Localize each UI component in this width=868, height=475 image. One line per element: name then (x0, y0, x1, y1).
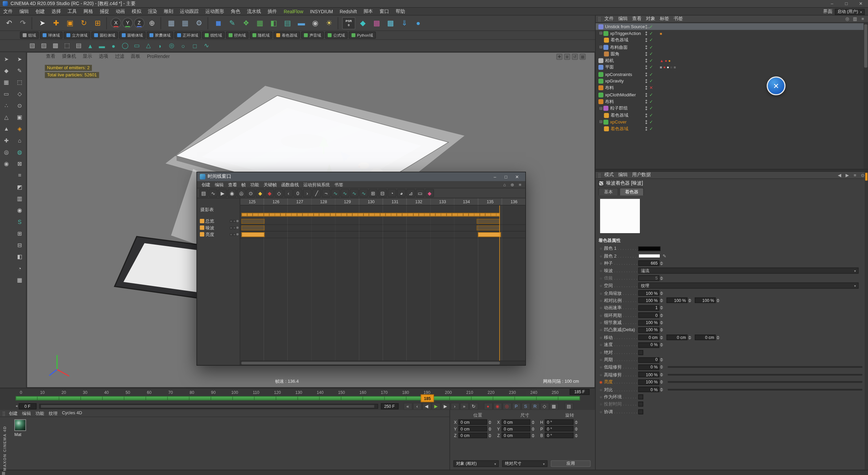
frame-all-icon[interactable]: ⊕ (509, 182, 515, 188)
field-button[interactable]: 公式域 (325, 32, 348, 39)
coordinate-mode-select[interactable]: 对象 (相对)▾ (453, 460, 499, 467)
undo-icon[interactable]: ↶ (3, 17, 16, 30)
timeline-track-lane[interactable] (240, 218, 526, 225)
animation-dot-icon[interactable]: ○ (598, 365, 604, 369)
object-name[interactable]: 着色器域 (611, 37, 628, 43)
object-tag-icon[interactable]: ● (665, 59, 667, 62)
object-menu-item[interactable]: 对象 (644, 16, 658, 22)
primitive-cone-icon[interactable]: ▲ (85, 41, 96, 51)
animation-dot-icon[interactable]: ○ (598, 328, 604, 332)
primitive-torus-icon[interactable]: ◯ (120, 41, 131, 51)
zoom-selection-icon[interactable]: ⊟ (378, 189, 387, 197)
viewport-menu-item[interactable]: 显示 (79, 53, 95, 60)
plugin-qr-icon[interactable]: ▩ (384, 17, 397, 30)
timeline-menu-item[interactable]: 关键帧 (261, 182, 279, 188)
menu-item[interactable]: 帮助 (392, 8, 408, 15)
value-field[interactable]: 0 % (638, 364, 659, 370)
object-name[interactable]: 布料 (605, 85, 614, 91)
shader-preview[interactable] (599, 198, 640, 233)
animation-dot-icon[interactable]: ○ (598, 269, 604, 272)
object-tag-icon[interactable]: ▲ (660, 59, 664, 62)
view-rotate-icon[interactable]: ↺ (572, 54, 578, 60)
live-selection-icon[interactable]: ➤ (36, 17, 49, 30)
value-field[interactable]: 100 % (638, 372, 659, 377)
enable-check-icon[interactable]: ✓ (649, 79, 653, 84)
layout-select[interactable]: 启动 (用户)▾ (835, 8, 865, 15)
dropdown-select[interactable]: 湍流▾ (638, 268, 859, 274)
viewport-menu-item[interactable]: 查看 (43, 53, 59, 60)
object-row[interactable]: 布料 ✓ (596, 98, 864, 105)
visibility-dots[interactable] (646, 38, 647, 42)
track-label-row[interactable]: 总览 (197, 218, 240, 225)
visibility-dots[interactable] (646, 45, 647, 49)
enable-check-icon[interactable]: ✓ (649, 113, 653, 118)
record-scale-toggle[interactable]: S (521, 402, 530, 410)
record-rotation-toggle[interactable]: R (531, 402, 539, 410)
lock-z-axis-button[interactable]: Z (134, 18, 144, 28)
lock-y-axis-button[interactable]: Y (122, 18, 133, 28)
link-selection-icon[interactable]: ◉ (228, 189, 236, 197)
attribute-menu-item[interactable]: 模式 (602, 172, 616, 178)
marker-icon[interactable]: ◆ (425, 189, 434, 197)
convert-editable-icon[interactable]: ➤ (2, 55, 11, 63)
dock-tool-icon[interactable]: ≡ (15, 171, 24, 179)
keyframe-block[interactable] (241, 225, 265, 230)
lock-x-axis-button[interactable]: X (111, 18, 121, 28)
draw-spline-button[interactable]: ✎ (226, 17, 239, 30)
scale-tool-icon[interactable]: ▣ (64, 17, 77, 30)
object-row[interactable]: 相机 ✓ ▲●● (596, 57, 864, 64)
value-field[interactable]: 100 % (638, 320, 659, 325)
track-label-row[interactable]: 亮度 (197, 231, 240, 238)
keyframe-block[interactable] (477, 219, 500, 224)
keyframe-block[interactable] (241, 219, 265, 224)
panel-splitter[interactable] (596, 169, 868, 172)
panel-grip[interactable]: ⣿ (2, 411, 6, 416)
object-name[interactable]: 相机 (605, 58, 614, 64)
menu-item[interactable]: 选择 (48, 8, 64, 15)
keyframe-settings-icon[interactable]: ▤ (565, 402, 573, 410)
menu-item[interactable]: 运动跟踪 (177, 8, 202, 15)
goto-end-button[interactable]: » (460, 402, 469, 410)
menu-item[interactable]: 雕刻 (160, 8, 176, 15)
visibility-dots[interactable] (646, 25, 647, 28)
checkbox[interactable] (638, 394, 643, 399)
timeline-track-area[interactable]: 125126127128129130131132133134135136 (240, 198, 526, 365)
value-field[interactable]: 100 % (638, 290, 659, 296)
stepper[interactable] (660, 298, 664, 303)
enable-check-icon[interactable]: ✓ (649, 119, 653, 125)
visibility-dots[interactable] (646, 100, 647, 103)
material-menu-item[interactable]: 纹理 (46, 410, 60, 416)
viewport-menu-item[interactable]: 选项 (96, 53, 112, 60)
size-field[interactable]: 0 cm (501, 426, 530, 432)
enable-check-icon[interactable]: ✓ (649, 52, 653, 57)
ruler-icon[interactable]: ▭ (416, 189, 425, 197)
stepper[interactable] (660, 387, 664, 392)
toolbar-separator[interactable] (106, 17, 108, 29)
range-start-field[interactable]: 0 F (19, 403, 36, 409)
primitive-pyramid-icon[interactable]: △ (143, 41, 154, 51)
workplane-mode-icon[interactable]: ▭ (2, 90, 11, 98)
close-button[interactable]: ✕ (854, 0, 868, 7)
value-field[interactable]: 5 (638, 276, 659, 281)
ease-icon[interactable]: ∿ (340, 189, 349, 197)
timeline-menu-item[interactable]: 运动剪辑系统 (301, 182, 332, 188)
dock-tool-icon[interactable]: ⬚ (15, 78, 24, 86)
snap-settings-icon[interactable]: ◉ (2, 159, 11, 168)
timeline-menu-item[interactable]: 创建 (199, 182, 213, 188)
value-field[interactable]: 0 % (638, 387, 659, 392)
enable-check-icon[interactable]: ✓ (649, 44, 653, 50)
object-row[interactable]: 着色器域 ✓ (596, 126, 864, 132)
visibility-dots[interactable] (646, 86, 647, 90)
stepper[interactable] (531, 426, 535, 432)
model-mode-icon[interactable]: ◆ (2, 66, 11, 75)
stepper[interactable] (575, 419, 578, 425)
scrollbar-thumb[interactable] (241, 362, 500, 364)
stepper[interactable] (660, 305, 664, 310)
field-button[interactable]: 圆锥体域 (119, 32, 145, 39)
view-layout-icon[interactable]: ▦ (579, 54, 586, 60)
field-button[interactable]: 立方体域 (64, 32, 90, 39)
size-field[interactable]: 0 cm (501, 419, 530, 425)
stepper[interactable] (488, 426, 492, 432)
visibility-dots[interactable] (646, 79, 647, 83)
snap-icon[interactable]: ⊿ (406, 189, 415, 197)
